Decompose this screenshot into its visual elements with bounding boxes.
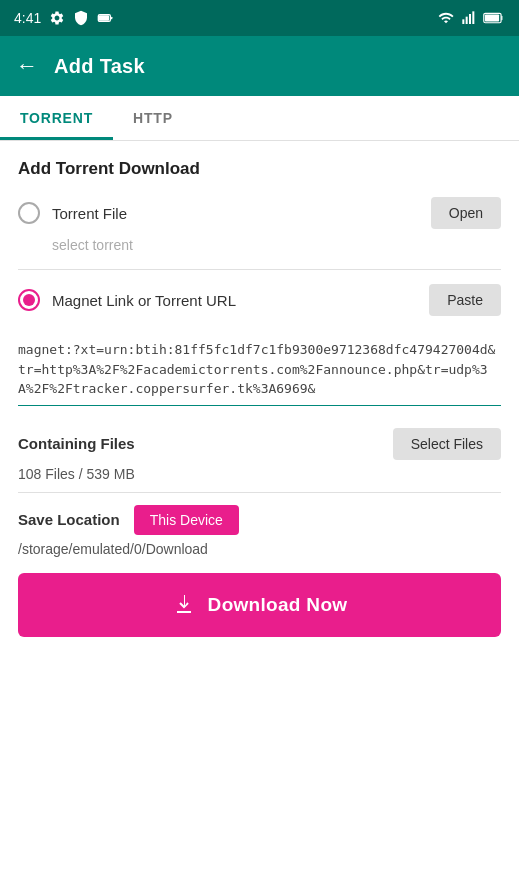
section-title: Add Torrent Download [18, 159, 501, 179]
magnet-url-input[interactable] [18, 334, 501, 406]
this-device-button[interactable]: This Device [134, 505, 239, 535]
open-button[interactable]: Open [431, 197, 501, 229]
torrent-file-radio[interactable] [18, 202, 40, 224]
files-info: 108 Files / 539 MB [18, 466, 501, 482]
containing-files-row: Containing Files Select Files [18, 428, 501, 460]
magnet-option-left: Magnet Link or Torrent URL [18, 289, 236, 311]
download-icon [172, 593, 196, 617]
select-files-button[interactable]: Select Files [393, 428, 501, 460]
status-time: 4:41 [14, 10, 41, 26]
magnet-option-row: Magnet Link or Torrent URL Paste [18, 284, 501, 316]
tab-http[interactable]: HTTP [113, 96, 193, 140]
torrent-file-option-left: Torrent File [18, 202, 127, 224]
tab-torrent[interactable]: TORRENT [0, 96, 113, 140]
wifi-icon [437, 10, 455, 26]
battery-icon [97, 10, 113, 26]
app-header: ← Add Task [0, 36, 519, 96]
svg-rect-7 [485, 14, 499, 21]
shield-icon [73, 10, 89, 26]
svg-rect-5 [472, 11, 474, 24]
divider-1 [18, 269, 501, 270]
magnet-radio[interactable] [18, 289, 40, 311]
svg-rect-1 [99, 15, 109, 20]
status-left: 4:41 [14, 10, 113, 26]
page-title: Add Task [54, 55, 145, 78]
magnet-label: Magnet Link or Torrent URL [52, 292, 236, 309]
status-bar: 4:41 [0, 0, 519, 36]
svg-rect-4 [469, 14, 471, 24]
magnet-radio-dot [23, 294, 35, 306]
storage-path: /storage/emulated/0/Download [18, 541, 501, 557]
download-now-button[interactable]: Download Now [18, 573, 501, 637]
torrent-file-label: Torrent File [52, 205, 127, 222]
svg-rect-3 [466, 17, 468, 24]
back-button[interactable]: ← [16, 53, 38, 79]
battery-status-icon [483, 10, 505, 26]
download-now-label: Download Now [208, 594, 348, 616]
settings-icon [49, 10, 65, 26]
paste-button[interactable]: Paste [429, 284, 501, 316]
status-right [437, 10, 505, 26]
tab-bar: TORRENT HTTP [0, 96, 519, 141]
svg-rect-2 [462, 19, 464, 24]
divider-2 [18, 492, 501, 493]
signal-icon [461, 10, 477, 26]
save-location-label: Save Location [18, 511, 120, 528]
select-torrent-hint: select torrent [52, 237, 501, 253]
containing-files-label: Containing Files [18, 435, 135, 452]
content-area: Add Torrent Download Torrent File Open s… [0, 141, 519, 637]
torrent-file-row: Torrent File Open [18, 197, 501, 229]
save-location-row: Save Location This Device [18, 505, 501, 535]
